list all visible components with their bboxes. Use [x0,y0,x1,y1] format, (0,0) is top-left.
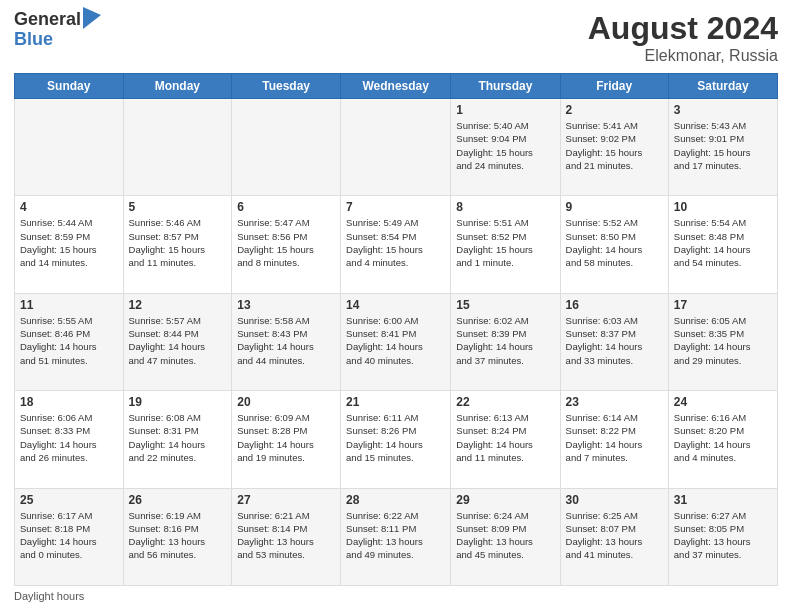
calendar-cell: 15Sunrise: 6:02 AM Sunset: 8:39 PM Dayli… [451,293,560,390]
calendar-cell: 16Sunrise: 6:03 AM Sunset: 8:37 PM Dayli… [560,293,668,390]
calendar-cell: 1Sunrise: 5:40 AM Sunset: 9:04 PM Daylig… [451,99,560,196]
day-number: 24 [674,395,772,409]
week-row-1: 1Sunrise: 5:40 AM Sunset: 9:04 PM Daylig… [15,99,778,196]
logo-general: General [14,10,81,30]
calendar-cell: 31Sunrise: 6:27 AM Sunset: 8:05 PM Dayli… [668,488,777,585]
day-number: 8 [456,200,554,214]
day-info: Sunrise: 5:51 AM Sunset: 8:52 PM Dayligh… [456,216,554,269]
day-info: Sunrise: 6:13 AM Sunset: 8:24 PM Dayligh… [456,411,554,464]
day-number: 31 [674,493,772,507]
calendar-cell: 11Sunrise: 5:55 AM Sunset: 8:46 PM Dayli… [15,293,124,390]
title-block: August 2024 Elekmonar, Russia [588,10,778,65]
calendar-cell: 19Sunrise: 6:08 AM Sunset: 8:31 PM Dayli… [123,391,232,488]
location: Elekmonar, Russia [588,47,778,65]
main-container: General Blue August 2024 Elekmonar, Russ… [0,0,792,612]
day-info: Sunrise: 5:41 AM Sunset: 9:02 PM Dayligh… [566,119,663,172]
logo-blue: Blue [14,30,101,50]
day-info: Sunrise: 6:21 AM Sunset: 8:14 PM Dayligh… [237,509,335,562]
day-number: 12 [129,298,227,312]
calendar-cell: 18Sunrise: 6:06 AM Sunset: 8:33 PM Dayli… [15,391,124,488]
calendar-cell: 22Sunrise: 6:13 AM Sunset: 8:24 PM Dayli… [451,391,560,488]
calendar-cell [232,99,341,196]
calendar-cell: 21Sunrise: 6:11 AM Sunset: 8:26 PM Dayli… [341,391,451,488]
calendar-cell: 5Sunrise: 5:46 AM Sunset: 8:57 PM Daylig… [123,196,232,293]
calendar-cell: 7Sunrise: 5:49 AM Sunset: 8:54 PM Daylig… [341,196,451,293]
calendar-cell: 10Sunrise: 5:54 AM Sunset: 8:48 PM Dayli… [668,196,777,293]
day-number: 30 [566,493,663,507]
week-row-4: 18Sunrise: 6:06 AM Sunset: 8:33 PM Dayli… [15,391,778,488]
day-number: 4 [20,200,118,214]
calendar-cell [341,99,451,196]
day-number: 25 [20,493,118,507]
day-number: 3 [674,103,772,117]
week-row-3: 11Sunrise: 5:55 AM Sunset: 8:46 PM Dayli… [15,293,778,390]
calendar-cell: 30Sunrise: 6:25 AM Sunset: 8:07 PM Dayli… [560,488,668,585]
day-info: Sunrise: 5:46 AM Sunset: 8:57 PM Dayligh… [129,216,227,269]
day-number: 17 [674,298,772,312]
calendar-cell: 3Sunrise: 5:43 AM Sunset: 9:01 PM Daylig… [668,99,777,196]
day-info: Sunrise: 6:02 AM Sunset: 8:39 PM Dayligh… [456,314,554,367]
day-info: Sunrise: 6:17 AM Sunset: 8:18 PM Dayligh… [20,509,118,562]
day-info: Sunrise: 6:05 AM Sunset: 8:35 PM Dayligh… [674,314,772,367]
calendar-cell: 13Sunrise: 5:58 AM Sunset: 8:43 PM Dayli… [232,293,341,390]
day-number: 9 [566,200,663,214]
day-number: 22 [456,395,554,409]
day-number: 5 [129,200,227,214]
day-number: 6 [237,200,335,214]
day-info: Sunrise: 5:40 AM Sunset: 9:04 PM Dayligh… [456,119,554,172]
day-number: 1 [456,103,554,117]
day-number: 14 [346,298,445,312]
calendar-cell: 8Sunrise: 5:51 AM Sunset: 8:52 PM Daylig… [451,196,560,293]
day-info: Sunrise: 6:16 AM Sunset: 8:20 PM Dayligh… [674,411,772,464]
calendar-cell: 29Sunrise: 6:24 AM Sunset: 8:09 PM Dayli… [451,488,560,585]
day-header-sunday: Sunday [15,74,124,99]
day-number: 23 [566,395,663,409]
logo: General Blue [14,10,101,50]
svg-marker-0 [83,7,101,29]
day-number: 29 [456,493,554,507]
calendar-cell: 12Sunrise: 5:57 AM Sunset: 8:44 PM Dayli… [123,293,232,390]
day-header-wednesday: Wednesday [341,74,451,99]
logo-text: General Blue [14,10,101,50]
day-info: Sunrise: 6:27 AM Sunset: 8:05 PM Dayligh… [674,509,772,562]
calendar-cell: 25Sunrise: 6:17 AM Sunset: 8:18 PM Dayli… [15,488,124,585]
day-info: Sunrise: 5:43 AM Sunset: 9:01 PM Dayligh… [674,119,772,172]
day-info: Sunrise: 6:11 AM Sunset: 8:26 PM Dayligh… [346,411,445,464]
calendar-cell: 2Sunrise: 5:41 AM Sunset: 9:02 PM Daylig… [560,99,668,196]
calendar-cell: 20Sunrise: 6:09 AM Sunset: 8:28 PM Dayli… [232,391,341,488]
day-info: Sunrise: 6:24 AM Sunset: 8:09 PM Dayligh… [456,509,554,562]
day-number: 26 [129,493,227,507]
day-number: 28 [346,493,445,507]
day-number: 11 [20,298,118,312]
day-number: 27 [237,493,335,507]
day-info: Sunrise: 5:58 AM Sunset: 8:43 PM Dayligh… [237,314,335,367]
day-number: 19 [129,395,227,409]
day-info: Sunrise: 6:06 AM Sunset: 8:33 PM Dayligh… [20,411,118,464]
day-info: Sunrise: 5:49 AM Sunset: 8:54 PM Dayligh… [346,216,445,269]
calendar-table: SundayMondayTuesdayWednesdayThursdayFrid… [14,73,778,586]
calendar-cell: 4Sunrise: 5:44 AM Sunset: 8:59 PM Daylig… [15,196,124,293]
day-info: Sunrise: 6:09 AM Sunset: 8:28 PM Dayligh… [237,411,335,464]
day-number: 18 [20,395,118,409]
logo-icon [83,7,101,29]
day-info: Sunrise: 6:14 AM Sunset: 8:22 PM Dayligh… [566,411,663,464]
day-number: 10 [674,200,772,214]
day-number: 13 [237,298,335,312]
calendar-cell: 23Sunrise: 6:14 AM Sunset: 8:22 PM Dayli… [560,391,668,488]
calendar-cell: 9Sunrise: 5:52 AM Sunset: 8:50 PM Daylig… [560,196,668,293]
day-header-friday: Friday [560,74,668,99]
day-header-monday: Monday [123,74,232,99]
calendar-cell: 14Sunrise: 6:00 AM Sunset: 8:41 PM Dayli… [341,293,451,390]
day-number: 20 [237,395,335,409]
calendar-cell: 27Sunrise: 6:21 AM Sunset: 8:14 PM Dayli… [232,488,341,585]
header: General Blue August 2024 Elekmonar, Russ… [14,10,778,65]
calendar-cell: 26Sunrise: 6:19 AM Sunset: 8:16 PM Dayli… [123,488,232,585]
day-header-tuesday: Tuesday [232,74,341,99]
day-header-saturday: Saturday [668,74,777,99]
day-info: Sunrise: 5:57 AM Sunset: 8:44 PM Dayligh… [129,314,227,367]
day-number: 21 [346,395,445,409]
month-year: August 2024 [588,10,778,47]
calendar-cell: 6Sunrise: 5:47 AM Sunset: 8:56 PM Daylig… [232,196,341,293]
day-header-thursday: Thursday [451,74,560,99]
calendar: SundayMondayTuesdayWednesdayThursdayFrid… [14,73,778,586]
